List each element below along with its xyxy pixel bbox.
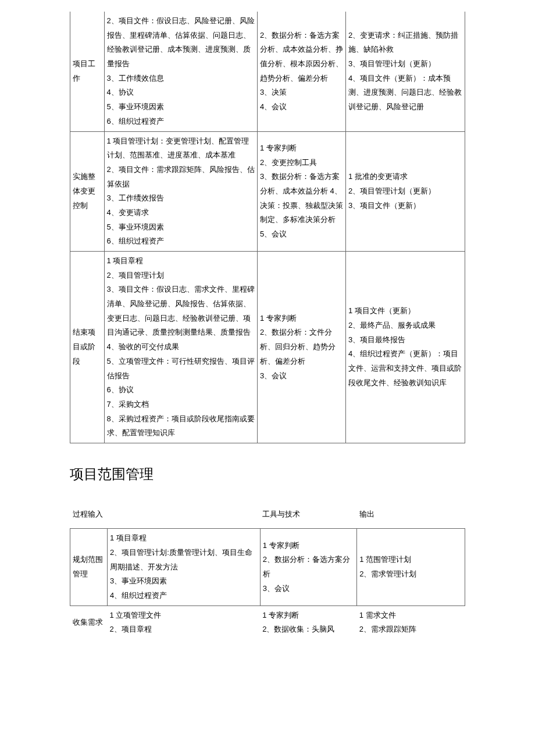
table-row: 收集需求 1 立项管理文件2、项目章程 1 专家判断2、数据收集：头脑风 1 需… xyxy=(70,605,465,640)
process-name-cell: 规划范围管理 xyxy=(70,529,108,605)
process-name-cell: 结束项目或阶段 xyxy=(70,252,105,443)
table-header-row: 过程输入 工具与技术 输出 xyxy=(70,505,465,529)
table-row: 规划范围管理 1 项目章程2、项目管理计划:质量管理计划、项目生命周期描述、开发… xyxy=(70,529,465,605)
scope-table: 过程输入 工具与技术 输出 规划范围管理 1 项目章程2、项目管理计划:质量管理… xyxy=(70,505,465,641)
tools-cell: 2、数据分析：备选方案分析、成本效益分析、挣值分析、根本原因分析、趋势分析、偏差… xyxy=(257,12,345,131)
output-cell: 1 项目文件（更新）2、最终产品、服务或成果3、项目最终报告4、组织过程资产（更… xyxy=(346,252,465,443)
tools-cell: 1 专家判断2、数据收集：头脑风 xyxy=(260,605,357,640)
process-name-cell: 项目工作 xyxy=(70,12,105,131)
output-cell: 1 需求文件2、需求跟踪矩阵 xyxy=(357,605,465,640)
output-cell: 1 范围管理计划2、需求管理计划 xyxy=(357,529,465,605)
process-name-cell: 实施整体变更控制 xyxy=(70,131,105,252)
output-cell: 2、变更请求：纠正措施、预防措施、缺陷补救3、项目管理计划（更新）4、项目文件（… xyxy=(346,12,465,131)
integration-table: 项目工作 2、项目文件：假设日志、风险登记册、风险报告、里程碑清单、估算依据、问… xyxy=(70,12,465,443)
input-cell: 1 立项管理文件2、项目章程 xyxy=(108,605,261,640)
table-row: 项目工作 2、项目文件：假设日志、风险登记册、风险报告、里程碑清单、估算依据、问… xyxy=(70,12,465,131)
input-cell: 1 项目章程2、项目管理计划:质量管理计划、项目生命周期描述、开发方法3、事业环… xyxy=(108,529,261,605)
input-cell: 2、项目文件：假设日志、风险登记册、风险报告、里程碑清单、估算依据、问题日志、经… xyxy=(104,12,257,131)
tools-cell: 1 专家判断2、变更控制工具3、数据分析：备选方案分析、成本效益分析 4、决策：… xyxy=(257,131,345,252)
output-cell: 1 批准的变更请求2、项目管理计划（更新）3、项目文件（更新） xyxy=(346,131,465,252)
table-row: 实施整体变更控制 1 项目管理计划：变更管理计划、配置管理计划、范围基准、进度基… xyxy=(70,131,465,252)
header-process-input: 过程输入 xyxy=(70,505,261,529)
input-cell: 1 项目章程2、项目管理计划3、项目文件：假设日志、需求文件、里程碑清单、风险登… xyxy=(104,252,257,443)
table-row: 结束项目或阶段 1 项目章程2、项目管理计划3、项目文件：假设日志、需求文件、里… xyxy=(70,252,465,443)
process-name-cell: 收集需求 xyxy=(70,605,108,640)
tools-cell: 1 专家判断2、数据分析：文件分析、回归分析、趋势分析、偏差分析3、会议 xyxy=(257,252,345,443)
tools-cell: 1 专家判断2、数据分析：备选方案分析3、会议 xyxy=(260,529,357,605)
input-cell: 1 项目管理计划：变更管理计划、配置管理计划、范围基准、进度基准、成本基准2、项… xyxy=(104,131,257,252)
section-heading-scope: 项目范围管理 xyxy=(70,461,465,488)
header-output: 输出 xyxy=(357,505,465,529)
header-tools: 工具与技术 xyxy=(260,505,357,529)
